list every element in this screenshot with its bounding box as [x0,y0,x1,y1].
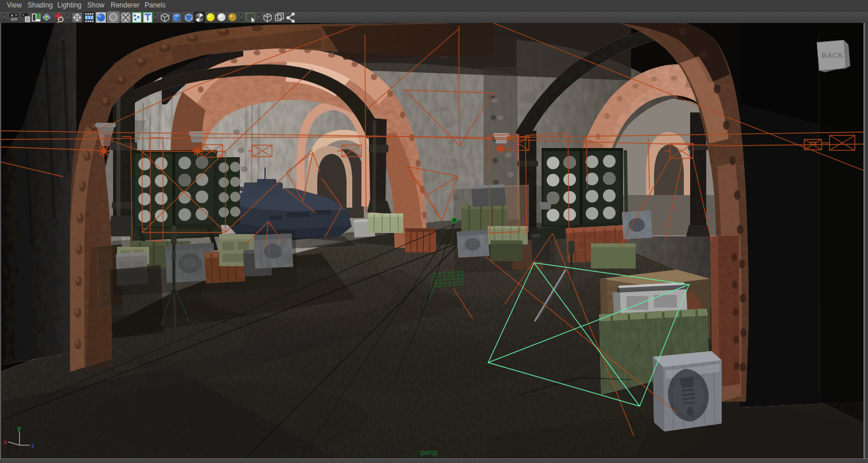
svg-text:persp: persp [421,449,438,457]
svg-text:y: y [17,425,21,432]
svg-text:x: x [3,439,7,446]
svg-text:z: z [31,442,35,449]
svg-text:BACK: BACK [822,51,843,60]
